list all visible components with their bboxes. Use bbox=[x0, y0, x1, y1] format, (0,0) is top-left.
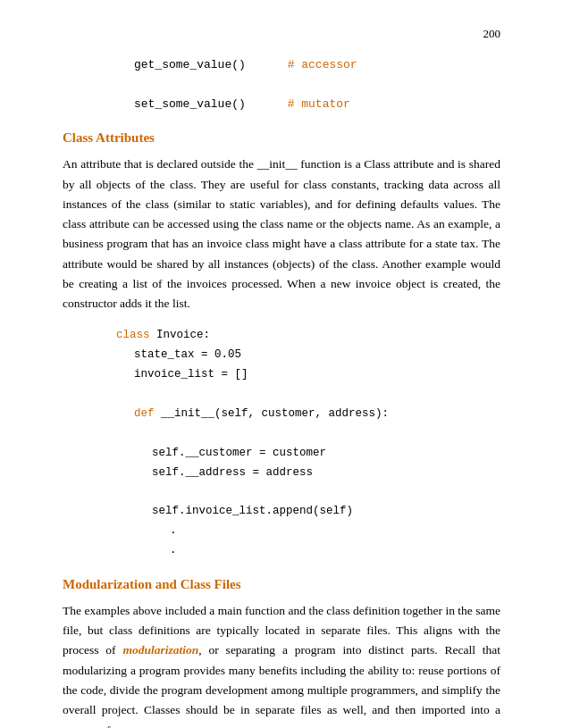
page-number: 200 bbox=[63, 27, 500, 41]
top-code-block: get_some_value() # accessor set_some_val… bbox=[134, 55, 500, 114]
customer-code: self.__customer = customer bbox=[152, 447, 326, 459]
state-tax-code: state_tax = 0.05 bbox=[134, 348, 241, 361]
class-name-text: Invoice: bbox=[156, 329, 210, 341]
invoice-code-block: class Invoice: state_tax = 0.05 invoice_… bbox=[116, 326, 500, 561]
class-attributes-title: Class Attributes bbox=[63, 130, 500, 146]
mutator-comment: # mutator bbox=[288, 97, 350, 111]
address-code: self.__address = address bbox=[152, 466, 313, 479]
dot-2: . bbox=[170, 544, 177, 556]
accessor-code: get_some_value() bbox=[134, 58, 246, 71]
page: 200 get_some_value() # accessor set_some… bbox=[0, 0, 563, 728]
class-declaration: class Invoice: bbox=[116, 326, 500, 346]
modularization-body: The examples above included a main funct… bbox=[63, 601, 500, 728]
modularization-title: Modularization and Class Files bbox=[63, 577, 500, 592]
invoice-list-code: invoice_list = [] bbox=[134, 368, 248, 381]
modularization-keyword: modularization bbox=[122, 643, 198, 657]
mutator-code: set_some_value() bbox=[134, 97, 246, 111]
customer-line: self.__customer = customer bbox=[152, 444, 500, 464]
invoice-list-line: invoice_list = [] bbox=[134, 365, 500, 385]
def-keyword: def bbox=[134, 407, 161, 420]
dot-1: . bbox=[170, 524, 177, 537]
class-keyword: class bbox=[116, 329, 156, 341]
state-tax-line: state_tax = 0.05 bbox=[134, 346, 500, 365]
accessor-line: get_some_value() # accessor bbox=[134, 55, 500, 75]
mutator-line: set_some_value() # mutator bbox=[134, 95, 500, 114]
append-code: self.invoice_list.append(self) bbox=[152, 505, 353, 517]
init-def-line: def __init__(self, customer, address): bbox=[134, 405, 500, 424]
dot-line-1: . bbox=[170, 522, 500, 541]
append-line: self.invoice_list.append(self) bbox=[152, 502, 500, 522]
accessor-comment: # accessor bbox=[288, 58, 357, 71]
dot-line-2: . bbox=[170, 541, 500, 561]
init-code: __init__(self, customer, address): bbox=[161, 407, 389, 420]
class-attributes-body: An attribute that is declared outside th… bbox=[63, 155, 500, 314]
address-line: self.__address = address bbox=[152, 464, 500, 483]
